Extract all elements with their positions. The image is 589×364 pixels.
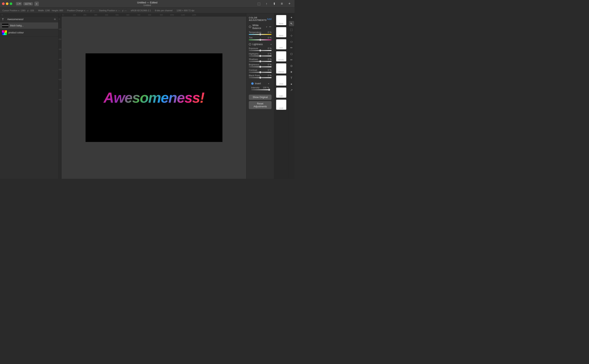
show-original-button[interactable]: Show Original [249, 95, 272, 100]
lightness-toggle[interactable] [249, 43, 251, 46]
thumbnail-vivid[interactable]: Vivid [276, 75, 286, 86]
thumbnail-noir-label: Noir [279, 47, 283, 49]
contrast-slider[interactable] [249, 72, 272, 73]
layer-visibility-icon[interactable]: 👁 [54, 18, 56, 21]
exposure-thumb[interactable] [259, 50, 261, 52]
brightness-thumb[interactable] [259, 66, 261, 68]
zoom-button[interactable]: 117 % [23, 2, 33, 6]
layer-color-thumbnail [2, 30, 7, 35]
thumbnail-mono[interactable]: Mono [276, 27, 286, 38]
thumbnail-loud[interactable]: Loud [276, 99, 286, 110]
position-change: Position Change x: --- y: --- [67, 9, 95, 12]
tint-thumb[interactable] [259, 39, 261, 41]
tool-text[interactable]: T [289, 75, 294, 81]
export-icon[interactable]: ↑ [264, 1, 270, 6]
tool-erase[interactable]: ◻ [289, 51, 294, 56]
brightness-label: Brightness [249, 63, 259, 66]
thumbnail-none[interactable]: None [276, 15, 286, 25]
tool-transform[interactable]: ✦ [289, 15, 294, 20]
adjustments-panel: COLOR ADJUSTMENTS Add White Balance ▾ ✏ … [246, 13, 274, 179]
tool-arrow[interactable]: ↗ [289, 87, 294, 93]
white-balance-header[interactable]: White Balance ▾ ✏ [246, 23, 274, 31]
tool-retouch[interactable]: ⊙ [289, 63, 294, 68]
temperature-value: 0 % [268, 31, 272, 33]
layer-item[interactable]: product colour [0, 29, 58, 36]
invert-toggle[interactable] [251, 82, 254, 85]
titlebar-right: ⬚ ↑ ⬆ ≡ + [256, 1, 292, 6]
reset-adjustments-button[interactable]: Reset Adjustments [249, 101, 272, 109]
shadows-thumb[interactable] [259, 60, 261, 62]
invert-section: Invert ▾ Intensity 100 % [246, 80, 274, 93]
thumbnail-calm[interactable]: Calm [276, 87, 286, 98]
share-icon[interactable]: ⬆ [271, 1, 277, 6]
thumbnail-vibrant[interactable]: Vibrant [276, 63, 286, 74]
temperature-slider[interactable] [249, 34, 272, 35]
thumbnail-noir[interactable]: Noir [276, 39, 286, 50]
lightness-chevron-icon: ▾ [271, 43, 272, 46]
shadows-slider-row: Shadows 0 % [246, 58, 274, 63]
thumbnail-smoky[interactable]: Smoky [276, 51, 286, 62]
layer-item[interactable]: black bakg... [0, 22, 58, 29]
black-point-slider[interactable] [249, 77, 272, 78]
black-point-value: 0 % [268, 74, 272, 77]
tool-magic-select[interactable]: ⊹ [289, 33, 294, 38]
exposure-label: Exposure [249, 47, 258, 50]
view-toggle[interactable]: □ ▾ [16, 2, 22, 6]
highlights-thumb[interactable] [259, 55, 261, 57]
maximize-button[interactable] [10, 2, 12, 5]
close-button[interactable] [2, 2, 5, 5]
tool-select[interactable]: ↖ [289, 21, 294, 26]
shadows-slider[interactable] [249, 61, 272, 62]
exposure-slider-row: Exposure 0 % [246, 47, 274, 52]
panel-add-button[interactable]: + [286, 1, 292, 6]
thumbnail-loud-label: Loud [279, 107, 283, 109]
tint-slider[interactable] [249, 39, 272, 40]
main-layout: 0 T Awesomeness! 👁 black bakg... product… [0, 13, 295, 179]
lightness-label: Lightness [252, 43, 269, 46]
white-balance-toggle[interactable] [249, 26, 251, 28]
intensity-slider[interactable] [251, 89, 269, 90]
titlebar-left: □ ▾ 117 % + [2, 2, 39, 6]
adjustments-title: COLOR ADJUSTMENTS [249, 17, 267, 21]
tool-lasso[interactable]: ⬭ [289, 39, 294, 44]
contrast-thumb[interactable] [259, 71, 261, 73]
white-balance-edit-icon[interactable]: ✏ [269, 25, 272, 28]
temperature-thumb[interactable] [259, 33, 261, 35]
temperature-label: Temperature [249, 31, 261, 33]
brightness-slider-row: Brightness 0 % [246, 63, 274, 68]
adjustments-add-button[interactable]: Add [267, 18, 272, 20]
shadows-label: Shadows [249, 58, 258, 60]
black-point-thumb[interactable] [259, 77, 261, 79]
crop-icon[interactable]: ⬚ [256, 1, 262, 6]
white-balance-chevron-icon: ▾ [266, 26, 267, 28]
layers-list: T Awesomeness! 👁 black bakg... product c… [0, 17, 58, 179]
tool-crop[interactable]: ⬚ [289, 27, 294, 32]
layer-name: Awesomeness! [7, 18, 52, 21]
invert-header[interactable]: Invert ▾ [249, 81, 272, 86]
intensity-thumb[interactable] [268, 89, 270, 91]
intensity-label: Intensity [251, 86, 259, 89]
tool-star[interactable]: ★ [289, 69, 294, 74]
view-icon: □ [17, 3, 19, 5]
color-profile: sRGB IEC61966-2.1 [131, 9, 151, 12]
contrast-label: Contrast [249, 69, 257, 71]
tool-paint[interactable]: ✏ [289, 45, 294, 50]
highlights-slider[interactable] [249, 56, 272, 56]
titlebar-center: Untitled — Edited Untitled [137, 1, 157, 6]
highlights-label: Highlights [249, 52, 259, 55]
minimize-button[interactable] [6, 2, 8, 5]
white-balance-section: White Balance ▾ ✏ Temperature 0 % [246, 23, 274, 41]
ruler-horizontal: 0 100 200 300 400 500 600 700 800 900 10… [62, 13, 246, 17]
brightness-slider[interactable] [249, 66, 272, 67]
tool-clone[interactable]: ✏ [289, 57, 294, 62]
right-panel: COLOR ADJUSTMENTS Add White Balance ▾ ✏ … [246, 13, 295, 179]
tool-circle[interactable]: ● [289, 81, 294, 87]
settings-icon[interactable]: ≡ [279, 1, 285, 6]
thumbnail-smoky-label: Smoky [278, 59, 284, 61]
exposure-slider[interactable] [249, 50, 272, 51]
layer-item[interactable]: T Awesomeness! 👁 [0, 17, 58, 22]
layer-name: product colour [8, 31, 56, 34]
tint-label: Tint [249, 36, 252, 39]
add-tab-button[interactable]: + [34, 2, 39, 6]
lightness-header[interactable]: Lightness ▾ [246, 42, 274, 47]
